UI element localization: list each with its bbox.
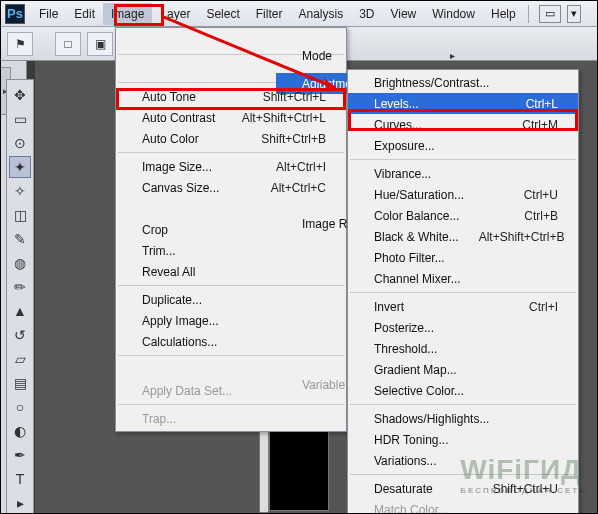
menubar-item-window[interactable]: Window	[424, 3, 483, 25]
menu-image-reveal-all[interactable]: Reveal All	[116, 261, 346, 282]
tool-dodge[interactable]: ◐	[9, 420, 31, 442]
menu-item-label: Match Color...	[374, 503, 558, 515]
tool-brush[interactable]: ✏	[9, 276, 31, 298]
menu-adjustments-vibrance[interactable]: Vibrance...	[348, 163, 578, 184]
tool-marquee[interactable]: ▭	[9, 108, 31, 130]
menu-item-shortcut: Ctrl+I	[529, 300, 558, 314]
menu-image-auto-contrast[interactable]: Auto ContrastAlt+Shift+Ctrl+L	[116, 107, 346, 128]
menubar-item-help[interactable]: Help	[483, 3, 524, 25]
menubar-item-view[interactable]: View	[382, 3, 424, 25]
menu-adjustments-black-white[interactable]: Black & White...Alt+Shift+Ctrl+B	[348, 226, 578, 247]
menu-item-label: Selective Color...	[374, 384, 558, 398]
menu-item-shortcut: Ctrl+B	[524, 209, 558, 223]
workspace-switcher-icon[interactable]: ▭	[539, 5, 561, 23]
menubar-item-image[interactable]: Image	[103, 3, 152, 25]
menu-item-label: Auto Tone	[142, 90, 243, 104]
tool-pen[interactable]: ✒	[9, 444, 31, 466]
tool-crop[interactable]: ◫	[9, 204, 31, 226]
menu-item-label: Apply Image...	[142, 314, 326, 328]
menu-image-trim[interactable]: Trim...	[116, 240, 346, 261]
menubar-item-edit[interactable]: Edit	[66, 3, 103, 25]
tool-type[interactable]: T	[9, 468, 31, 490]
extras-dropdown-icon[interactable]: ▾	[567, 5, 581, 23]
menubar-item-analysis[interactable]: Analysis	[290, 3, 351, 25]
menu-adjustments-brightness-contrast[interactable]: Brightness/Contrast...	[348, 72, 578, 93]
menu-image-calculations[interactable]: Calculations...	[116, 331, 346, 352]
menu-item-label: Reveal All	[142, 265, 326, 279]
menu-image-apply-image[interactable]: Apply Image...	[116, 310, 346, 331]
menu-item-label: Color Balance...	[374, 209, 504, 223]
menu-item-label: Apply Data Set...	[142, 384, 326, 398]
menu-item-label: Exposure...	[374, 139, 558, 153]
menubar-item-layer[interactable]: Layer	[152, 3, 198, 25]
menu-adjustments-channel-mixer[interactable]: Channel Mixer...	[348, 268, 578, 289]
menubar-item-select[interactable]: Select	[198, 3, 247, 25]
selection-add-icon[interactable]: ▣	[87, 32, 113, 56]
menubar: Ps FileEditImageLayerSelectFilterAnalysi…	[1, 1, 597, 27]
tool-blur[interactable]: ○	[9, 396, 31, 418]
menu-image-image-size[interactable]: Image Size...Alt+Ctrl+I	[116, 156, 346, 177]
menubar-item-file[interactable]: File	[31, 3, 66, 25]
menu-image-duplicate[interactable]: Duplicate...	[116, 289, 346, 310]
menubar-item-filter[interactable]: Filter	[248, 3, 291, 25]
menu-item-shortcut: Ctrl+M	[522, 118, 558, 132]
tool-preset-icon[interactable]: ⚑	[7, 32, 33, 56]
menu-item-label: Duplicate...	[142, 293, 326, 307]
menu-item-shortcut: Alt+Shift+Ctrl+L	[242, 111, 326, 125]
tool-quick-select[interactable]: ✦	[9, 156, 31, 178]
menu-item-label: Shadows/Highlights...	[374, 412, 558, 426]
tool-heal[interactable]: ◍	[9, 252, 31, 274]
menu-image-auto-color[interactable]: Auto ColorShift+Ctrl+B	[116, 128, 346, 149]
menu-adjustments-posterize[interactable]: Posterize...	[348, 317, 578, 338]
menu-item-label: Curves...	[374, 118, 502, 132]
menu-adjustments-threshold[interactable]: Threshold...	[348, 338, 578, 359]
selection-new-icon[interactable]: □	[55, 32, 81, 56]
menubar-item-3d[interactable]: 3D	[351, 3, 382, 25]
toolbox: ✥▭⊙✦✧◫✎◍✏▲↺▱▤○◐✒T▸▭✋	[6, 79, 34, 514]
menu-adjustments-color-balance[interactable]: Color Balance...Ctrl+B	[348, 205, 578, 226]
menu-image: ModeAdjustmentsAuto ToneShift+Ctrl+LAuto…	[115, 27, 347, 432]
menu-item-label: HDR Toning...	[374, 433, 558, 447]
tool-gradient[interactable]: ▤	[9, 372, 31, 394]
menu-item-shortcut: Ctrl+U	[524, 188, 558, 202]
menu-item-label: Gradient Map...	[374, 363, 558, 377]
menu-item-shortcut: Alt+Shift+Ctrl+B	[479, 230, 565, 244]
menu-image-canvas-size[interactable]: Canvas Size...Alt+Ctrl+C	[116, 177, 346, 198]
tool-eraser[interactable]: ▱	[9, 348, 31, 370]
menu-adjustments-hdr-toning[interactable]: HDR Toning...	[348, 429, 578, 450]
app-logo: Ps	[5, 4, 25, 24]
menu-adjustments-hue-saturation[interactable]: Hue/Saturation...Ctrl+U	[348, 184, 578, 205]
menu-adjustments-shadows-highlights[interactable]: Shadows/Highlights...	[348, 408, 578, 429]
menu-adjustments-gradient-map[interactable]: Gradient Map...	[348, 359, 578, 380]
tool-stamp[interactable]: ▲	[9, 300, 31, 322]
tool-move[interactable]: ✥	[9, 84, 31, 106]
menu-item-label: Crop	[142, 223, 326, 237]
menu-adjustments-curves[interactable]: Curves...Ctrl+M	[348, 114, 578, 135]
menu-adjustments-exposure[interactable]: Exposure...	[348, 135, 578, 156]
menu-item-label: Trim...	[142, 244, 326, 258]
tool-lasso[interactable]: ⊙	[9, 132, 31, 154]
submenu-adjustments: Brightness/Contrast...Levels...Ctrl+LCur…	[347, 69, 579, 514]
menu-item-label: Posterize...	[374, 321, 558, 335]
menu-item-label: Vibrance...	[374, 167, 558, 181]
menu-image-auto-tone[interactable]: Auto ToneShift+Ctrl+L	[116, 86, 346, 107]
menu-item-label: Invert	[374, 300, 509, 314]
menu-item-shortcut: Ctrl+L	[526, 97, 558, 111]
menu-item-label: Canvas Size...	[142, 181, 251, 195]
menu-item-label: Calculations...	[142, 335, 326, 349]
menu-item-label: Photo Filter...	[374, 251, 558, 265]
menu-item-label: Auto Color	[142, 132, 241, 146]
menu-adjustments-invert[interactable]: InvertCtrl+I	[348, 296, 578, 317]
menu-item-shortcut: Alt+Ctrl+C	[271, 181, 326, 195]
tool-eyedropper[interactable]: ✎	[9, 228, 31, 250]
menu-adjustments-selective-color[interactable]: Selective Color...	[348, 380, 578, 401]
tool-path-select[interactable]: ▸	[9, 492, 31, 514]
tool-wand[interactable]: ✧	[9, 180, 31, 202]
menu-item-label: Brightness/Contrast...	[374, 76, 558, 90]
menu-image-apply-data-set: Apply Data Set...	[116, 380, 346, 401]
menu-image-crop[interactable]: Crop	[116, 219, 346, 240]
tool-history-brush[interactable]: ↺	[9, 324, 31, 346]
menu-item-label: Levels...	[374, 97, 506, 111]
menu-adjustments-levels[interactable]: Levels...Ctrl+L	[348, 93, 578, 114]
menu-adjustments-photo-filter[interactable]: Photo Filter...	[348, 247, 578, 268]
